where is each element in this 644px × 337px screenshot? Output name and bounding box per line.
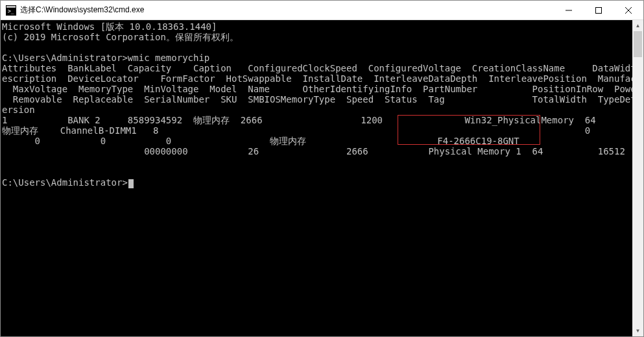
maximize-button[interactable]	[584, 1, 614, 19]
scroll-thumb[interactable]	[634, 31, 642, 57]
terminal-output[interactable]: Microsoft Windows [版本 10.0.18363.1440] (…	[1, 20, 632, 336]
vertical-scrollbar[interactable]: ▲ ▼	[632, 20, 643, 336]
scroll-up-arrow[interactable]: ▲	[632, 20, 643, 31]
scroll-down-arrow[interactable]: ▼	[632, 325, 643, 336]
window-title: 选择C:\Windows\system32\cmd.exe	[20, 5, 554, 16]
svg-text:>_: >_	[8, 8, 14, 14]
highlight-annotation	[398, 115, 540, 145]
text-cursor	[128, 179, 134, 188]
svg-rect-1	[6, 6, 16, 8]
cmd-icon: >_	[6, 5, 16, 16]
window-titlebar: >_ 选择C:\Windows\system32\cmd.exe	[1, 1, 643, 20]
svg-rect-4	[596, 7, 602, 13]
minimize-button[interactable]	[554, 1, 584, 19]
scroll-track[interactable]	[632, 31, 643, 325]
window-controls	[554, 1, 643, 19]
terminal-container: Microsoft Windows [版本 10.0.18363.1440] (…	[1, 20, 643, 336]
close-button[interactable]	[614, 1, 643, 19]
